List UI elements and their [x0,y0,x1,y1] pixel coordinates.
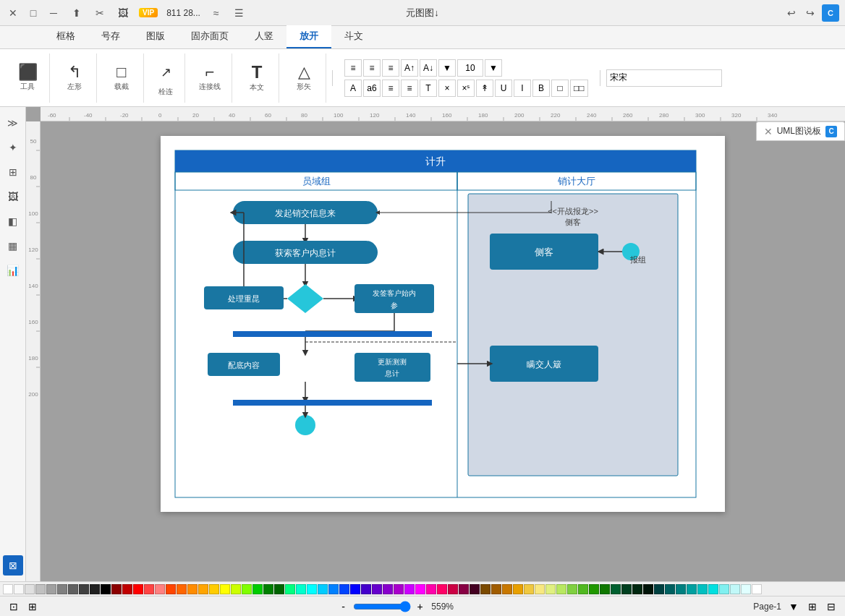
color-swatch[interactable] [578,584,588,594]
font-dropdown-1[interactable]: ▼ [438,59,456,77]
font-a-btn[interactable]: A [344,80,362,97]
color-swatch[interactable] [274,584,284,594]
color-swatch[interactable] [177,584,187,594]
color-swatch[interactable] [708,584,718,594]
color-swatch[interactable] [437,584,447,594]
color-swatch[interactable] [480,584,491,594]
color-swatch[interactable] [361,584,371,594]
color-swatch[interactable] [415,584,425,594]
color-swatch[interactable] [14,584,24,594]
font-t-btn[interactable]: T [420,80,437,97]
tab-tuban[interactable]: 图版 [133,25,178,48]
maximize-button[interactable]: □ [26,6,41,20]
color-swatch[interactable] [3,584,13,594]
tab-haocun[interactable]: 号存 [88,25,133,48]
zoom-slider[interactable] [353,601,411,612]
color-swatch[interactable] [111,584,122,594]
color-swatch[interactable] [752,584,762,594]
color-swatch[interactable] [285,584,295,594]
fullscreen-btn[interactable]: ⊟ [825,600,838,613]
tool-zuoxing[interactable]: ↰ 左形 [59,62,90,94]
color-swatch[interactable] [220,584,230,594]
color-swatch[interactable] [470,584,480,594]
color-swatch[interactable] [252,584,263,594]
sidebar-image[interactable]: 🖼 [3,187,23,207]
font-a6-btn[interactable]: a6 [363,80,381,97]
tool-benwen[interactable]: T 本文 [241,62,273,94]
color-swatch[interactable] [231,584,241,594]
color-swatch[interactable] [567,584,577,594]
tab-yemian[interactable]: 固亦面页 [178,25,242,48]
color-swatch[interactable] [68,584,78,594]
color-swatch[interactable] [621,584,632,594]
quick-access-1[interactable]: ⬆ [69,6,84,20]
color-swatch[interactable] [383,584,393,594]
font-copy-btn[interactable]: □□ [570,80,588,97]
color-swatch[interactable] [589,584,599,594]
redo-btn[interactable]: ↪ [803,6,818,20]
quick-access-3[interactable]: 🖼 [116,6,130,20]
color-swatch[interactable] [676,584,686,594]
font-cross-btn[interactable]: × [438,80,456,97]
color-swatch[interactable] [372,584,382,594]
color-swatch[interactable] [404,584,415,594]
color-swatch[interactable] [535,584,545,594]
zoom-in-btn[interactable]: + [414,600,427,613]
color-swatch[interactable] [491,584,501,594]
quick-access-2[interactable]: ✂ [93,6,107,20]
color-swatch[interactable] [209,584,219,594]
fit-page-btn[interactable]: ⊡ [7,600,20,613]
color-swatch[interactable] [556,584,566,594]
font-indent-btn[interactable]: ≡ [401,80,418,97]
font-name-select[interactable] [606,69,722,87]
sidebar-shape1[interactable]: ✦ [3,137,23,158]
panel-tab-close[interactable]: ✕ [764,126,773,137]
color-swatch[interactable] [328,584,339,594]
color-swatch[interactable] [611,584,621,594]
sidebar-grid[interactable]: ⊞ [3,162,23,182]
color-swatch[interactable] [654,584,664,594]
color-swatch[interactable] [296,584,306,594]
tab-douwen[interactable]: 斗文 [331,25,376,48]
color-swatch[interactable] [35,584,46,594]
color-swatch[interactable] [318,584,328,594]
color-swatch[interactable] [632,584,642,594]
color-swatch[interactable] [350,584,360,594]
color-swatch[interactable] [46,584,56,594]
color-swatch[interactable] [339,584,349,594]
color-swatch[interactable] [122,584,132,594]
tool-zaijie[interactable]: □ 载截 [106,62,137,94]
align-right-btn[interactable]: ≡ [382,59,399,77]
zoom-out-btn[interactable]: - [337,600,350,613]
tab-kuige[interactable]: 框格 [43,25,88,48]
color-swatch[interactable] [600,584,610,594]
color-swatch[interactable] [79,584,89,594]
font-size-input[interactable] [457,59,483,77]
align-left-btn[interactable]: ≡ [344,59,362,77]
color-swatch[interactable] [133,584,143,594]
color-swatch[interactable] [513,584,523,594]
color-swatch[interactable] [545,584,556,594]
tool-lianjie-1[interactable]: ↗ [153,59,179,85]
align-center-btn[interactable]: ≡ [363,59,381,77]
tool-gongju[interactable]: ⬛ 工具 [12,62,43,94]
tool-jiexian[interactable]: ⌐ 连接线 [194,62,226,94]
minimize-button[interactable]: ─ [46,6,61,20]
canvas-scroll-area[interactable]: 计升 员域组 销计大厅 <<开战报龙>> 侧客 [41,121,845,581]
color-swatch[interactable] [90,584,100,594]
color-swatch[interactable] [502,584,512,594]
color-swatch[interactable] [263,584,273,594]
color-swatch[interactable] [687,584,697,594]
tab-renshu[interactable]: 人竖 [242,25,286,48]
font-size-dropdown[interactable]: ▼ [485,59,502,77]
canvas-container[interactable]: -60 -40 -20 0 20 40 60 80 100 120 [26,107,845,581]
font-list-btn[interactable]: ≡ [382,80,399,97]
color-swatch[interactable] [101,584,111,594]
font-box-btn[interactable]: □ [551,80,569,97]
view-mode-btn[interactable]: ⊞ [806,600,819,613]
tool-xingshi[interactable]: △ 形矢 [288,62,320,94]
font-b-btn[interactable]: B [532,80,550,97]
page-dropdown-btn[interactable]: ▼ [787,600,800,613]
text-up-btn[interactable]: A↑ [401,59,418,77]
color-swatch[interactable] [426,584,436,594]
